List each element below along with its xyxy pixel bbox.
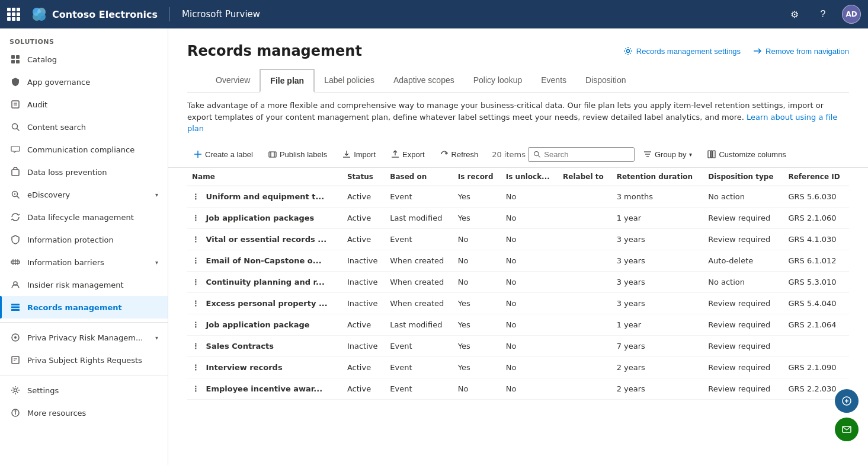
cell-name[interactable]: ⋮ Email of Non-Capstone o... <box>187 250 342 271</box>
cell-retention-duration: 3 months <box>612 186 704 207</box>
cell-disposition-type: No action <box>703 271 783 292</box>
cell-disposition-type: Review required <box>703 356 783 378</box>
export-btn[interactable]: Export <box>385 146 431 163</box>
import-btn[interactable]: Import <box>336 146 382 163</box>
sidebar-item-ediscovery[interactable]: eDiscovery ▾ <box>0 183 168 206</box>
information-barriers-chevron-icon: ▾ <box>155 259 158 266</box>
refresh-text: Refresh <box>451 150 479 159</box>
svg-point-27 <box>14 336 17 339</box>
table-row: ⋮ Interview records Active Event Yes No … <box>187 356 849 378</box>
sidebar-item-data-loss-prevention[interactable]: Data loss prevention <box>0 161 168 183</box>
publish-labels-text: Publish labels <box>280 150 327 159</box>
help-icon-btn[interactable]: ? <box>813 5 832 24</box>
sidebar-item-insider-risk[interactable]: Insider risk management <box>0 273 168 296</box>
content-search-icon <box>9 121 21 133</box>
cell-name[interactable]: ⋮ Excess personal property ... <box>187 292 342 314</box>
col-based-on[interactable]: Based on <box>385 168 453 186</box>
svg-point-34 <box>15 410 15 411</box>
row-dots[interactable]: ⋮ <box>192 278 200 286</box>
col-status[interactable]: Status <box>342 168 385 186</box>
refresh-btn[interactable]: Refresh <box>434 146 485 163</box>
tab-adaptive-scopes[interactable]: Adaptive scopes <box>384 69 464 92</box>
tab-events[interactable]: Events <box>531 69 576 92</box>
cell-name[interactable]: ⋮ Continuity planning and r... <box>187 271 342 292</box>
create-label-btn[interactable]: Create a label <box>187 146 260 163</box>
cell-retention-duration: 1 year <box>612 207 704 228</box>
col-reference-id[interactable]: Reference ID <box>783 168 849 186</box>
tab-policy-lookup[interactable]: Policy lookup <box>464 69 532 92</box>
search-input[interactable] <box>544 150 629 159</box>
cell-name[interactable]: ⋮ Sales Contracts <box>187 335 342 356</box>
cell-status: Active <box>342 314 385 335</box>
tab-disposition[interactable]: Disposition <box>576 69 635 92</box>
logo-icon <box>31 6 47 23</box>
sidebar-item-app-governance[interactable]: App governance <box>0 71 168 93</box>
cell-name[interactable]: ⋮ Job application package <box>187 314 342 335</box>
remove-nav-btn[interactable]: Remove from navigation <box>752 46 849 56</box>
sidebar-item-information-protection[interactable]: Information protection <box>0 228 168 251</box>
sidebar-item-data-lifecycle[interactable]: Data lifecycle management <box>0 206 168 228</box>
row-dots[interactable]: ⋮ <box>192 192 200 201</box>
sidebar-item-priva-privacy[interactable]: Priva Privacy Risk Managem... ▾ <box>0 326 168 349</box>
cell-status: Active <box>342 186 385 207</box>
sidebar: Solutions Catalog App governance Audit <box>0 28 168 465</box>
row-dots[interactable]: ⋮ <box>192 363 200 372</box>
cell-name[interactable]: ⋮ Employee incentive awar... <box>187 378 342 399</box>
row-dots[interactable]: ⋮ <box>192 384 200 393</box>
float-message-btn[interactable] <box>835 418 859 441</box>
col-retention-duration[interactable]: Retention duration <box>612 168 704 186</box>
tab-overview[interactable]: Overview <box>206 69 260 92</box>
sidebar-item-communication-compliance[interactable]: Communication compliance <box>0 138 168 161</box>
tab-label-policies[interactable]: Label policies <box>315 69 384 92</box>
sidebar-item-settings[interactable]: Settings <box>0 379 168 402</box>
col-name[interactable]: Name <box>187 168 342 186</box>
sidebar-item-catalog[interactable]: Catalog <box>0 48 168 71</box>
cell-is-record: Yes <box>453 207 501 228</box>
row-dots[interactable]: ⋮ <box>192 299 200 308</box>
customize-columns-btn[interactable]: Customize columns <box>701 146 792 163</box>
cell-is-unlock: No <box>501 314 558 335</box>
more-resources-icon <box>9 407 21 419</box>
cell-relabel-to <box>558 250 612 271</box>
user-avatar[interactable]: AD <box>842 5 861 24</box>
sidebar-item-label: Audit <box>27 100 47 109</box>
col-is-unlock[interactable]: Is unlock... <box>501 168 558 186</box>
group-by-btn[interactable]: Group by ▾ <box>637 146 699 163</box>
cell-name[interactable]: ⋮ Vital or essential records ... <box>187 228 342 250</box>
app-name: Microsoft Purview <box>182 9 260 20</box>
col-disposition-type[interactable]: Disposition type <box>703 168 783 186</box>
row-dots[interactable]: ⋮ <box>192 214 200 222</box>
sidebar-item-more-resources[interactable]: More resources <box>0 402 168 424</box>
app-grid-icon[interactable] <box>7 8 20 21</box>
sidebar-item-content-search[interactable]: Content search <box>0 116 168 138</box>
cell-is-record: Yes <box>453 186 501 207</box>
publish-labels-btn[interactable]: Publish labels <box>262 146 334 163</box>
tab-file-plan[interactable]: File plan <box>260 69 315 93</box>
cell-relabel-to <box>558 186 612 207</box>
search-box[interactable] <box>528 147 635 162</box>
cell-name[interactable]: ⋮ Interview records <box>187 356 342 378</box>
sidebar-item-records-management[interactable]: Records management <box>0 296 168 319</box>
float-chat-btn[interactable] <box>835 389 859 413</box>
app-governance-icon <box>9 76 21 88</box>
row-dots[interactable]: ⋮ <box>192 235 200 244</box>
row-dots[interactable]: ⋮ <box>192 256 200 265</box>
group-by-text: Group by <box>655 150 686 159</box>
svg-rect-52 <box>713 151 715 158</box>
row-dots[interactable]: ⋮ <box>192 342 200 351</box>
cell-name[interactable]: ⋮ Uniform and equipment t... <box>187 186 342 207</box>
cell-relabel-to <box>558 207 612 228</box>
sidebar-item-audit[interactable]: Audit <box>0 93 168 116</box>
audit-icon <box>9 98 21 110</box>
cell-reference-id: GRS 6.1.012 <box>783 250 849 271</box>
settings-action-btn[interactable]: Records management settings <box>623 46 741 56</box>
svg-point-45 <box>534 152 539 156</box>
row-dots[interactable]: ⋮ <box>192 320 200 329</box>
col-is-record[interactable]: Is record <box>453 168 501 186</box>
sidebar-item-priva-subject[interactable]: Priva Subject Rights Requests <box>0 349 168 371</box>
cell-name[interactable]: ⋮ Job application packages <box>187 207 342 228</box>
sidebar-item-information-barriers[interactable]: Information barriers ▾ <box>0 251 168 273</box>
nav-divider <box>169 7 170 21</box>
settings-icon-btn[interactable]: ⚙ <box>785 5 804 24</box>
col-relabel-to[interactable]: Relabel to <box>558 168 612 186</box>
